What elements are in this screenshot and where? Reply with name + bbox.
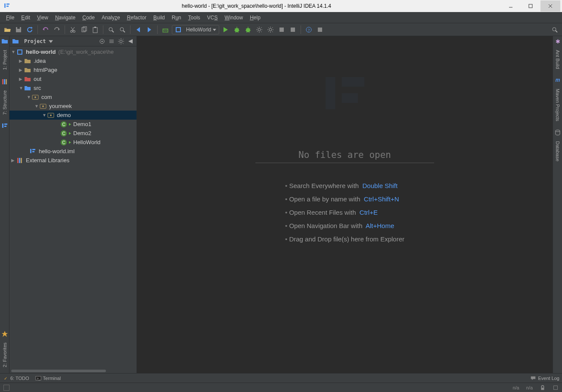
forward-icon[interactable] bbox=[145, 25, 154, 34]
back-icon[interactable] bbox=[134, 25, 143, 34]
tab-maven[interactable]: Maven Projects bbox=[554, 85, 561, 125]
folder-icon bbox=[24, 85, 31, 92]
chevron-down-icon bbox=[213, 28, 216, 31]
tree-out[interactable]: out bbox=[9, 74, 137, 83]
menu-file[interactable]: File bbox=[3, 14, 18, 22]
tab-todo[interactable]: ✓6: TODO bbox=[3, 375, 29, 381]
undo-icon[interactable] bbox=[41, 25, 50, 34]
tree-iml[interactable]: hello-world.iml bbox=[9, 147, 137, 156]
separator bbox=[65, 25, 65, 34]
menu-help[interactable]: Help bbox=[246, 14, 264, 22]
hint-row: Open Recent Files with Ctrl+E bbox=[285, 209, 404, 216]
folder-icon bbox=[24, 67, 31, 74]
database-icon bbox=[554, 129, 561, 136]
android-icon[interactable] bbox=[288, 25, 298, 34]
locate-icon[interactable] bbox=[99, 38, 106, 45]
separator bbox=[103, 25, 103, 34]
tab-database[interactable]: Database bbox=[554, 138, 561, 165]
help-icon[interactable] bbox=[304, 25, 314, 34]
structure-tab-icon bbox=[1, 78, 8, 85]
tree-htmlpage[interactable]: htmlPage bbox=[9, 65, 137, 74]
paste-icon[interactable] bbox=[90, 25, 100, 34]
settings-icon[interactable] bbox=[255, 25, 264, 34]
refresh-icon[interactable] bbox=[25, 25, 34, 34]
coverage-icon[interactable] bbox=[243, 25, 253, 34]
open-icon[interactable] bbox=[3, 25, 12, 34]
chevron-down-icon[interactable] bbox=[49, 39, 53, 43]
inspection-icon[interactable] bbox=[553, 385, 559, 391]
tab-terminal[interactable]: Terminal bbox=[35, 375, 61, 381]
menu-navigate[interactable]: Navigate bbox=[52, 14, 79, 22]
bottom-tool-bar: ✓6: TODO Terminal Event Log bbox=[0, 373, 562, 383]
menu-view[interactable]: View bbox=[34, 14, 52, 22]
menu-code[interactable]: Code bbox=[79, 14, 98, 22]
collapse-icon[interactable] bbox=[108, 38, 115, 45]
run-config-selector[interactable]: HelloWorld bbox=[172, 25, 219, 34]
sdk-icon[interactable] bbox=[277, 25, 286, 34]
cut-icon[interactable] bbox=[68, 25, 78, 34]
toggle-tools-icon[interactable] bbox=[3, 385, 9, 391]
status-separator[interactable]: n/a bbox=[526, 385, 533, 390]
menu-refactor[interactable]: Refactor bbox=[124, 14, 150, 22]
ij-tab-icon[interactable] bbox=[1, 123, 8, 130]
separator bbox=[157, 25, 158, 34]
structure-icon[interactable] bbox=[266, 25, 275, 34]
gear-icon[interactable] bbox=[118, 38, 124, 45]
tree-h-scrollbar[interactable] bbox=[9, 369, 137, 373]
project-tool-window: Project hello-world(E:\git_work_space\he… bbox=[9, 36, 137, 373]
menu-build[interactable]: Build bbox=[150, 14, 168, 22]
project-icon bbox=[12, 38, 19, 45]
search-everywhere-icon[interactable] bbox=[550, 25, 559, 34]
hide-icon[interactable] bbox=[127, 38, 134, 45]
menu-run[interactable]: Run bbox=[168, 14, 185, 22]
editor-empty-pane[interactable]: No files are open Search Everywhere with… bbox=[137, 36, 553, 373]
debug-icon[interactable] bbox=[232, 25, 242, 34]
make-icon[interactable] bbox=[161, 25, 170, 34]
tab-project[interactable]: 1: Project bbox=[1, 46, 8, 73]
lock-icon[interactable] bbox=[540, 385, 546, 391]
tree-external[interactable]: External Libraries bbox=[9, 156, 137, 165]
replace-icon[interactable] bbox=[118, 25, 127, 34]
tab-favorites[interactable]: 2: Favorites bbox=[1, 339, 8, 370]
editor-hints: Search Everywhere with Double Shift Open… bbox=[285, 176, 404, 249]
maximize-button[interactable] bbox=[521, 0, 540, 12]
star-icon bbox=[1, 330, 8, 337]
minimize-button[interactable] bbox=[501, 0, 521, 12]
tree-demo1[interactable]: Demo1 bbox=[9, 120, 137, 129]
redo-icon[interactable] bbox=[52, 25, 62, 34]
tree-root[interactable]: hello-world(E:\git_work_space\he bbox=[9, 47, 137, 56]
start-icon[interactable] bbox=[315, 25, 325, 34]
menu-vcs[interactable]: VCS bbox=[204, 14, 221, 22]
svg-rect-49 bbox=[554, 386, 558, 389]
run-icon[interactable] bbox=[221, 25, 230, 34]
find-icon[interactable] bbox=[106, 25, 116, 34]
hint-row: Open Navigation Bar with Alt+Home bbox=[285, 222, 404, 229]
scrollbar-thumb[interactable] bbox=[11, 370, 106, 372]
tree-com[interactable]: com bbox=[9, 93, 137, 102]
menu-window[interactable]: Window bbox=[221, 14, 246, 22]
menu-tools[interactable]: Tools bbox=[185, 14, 204, 22]
status-encoding[interactable]: n/a bbox=[512, 385, 519, 390]
tree-idea[interactable]: .idea bbox=[9, 56, 137, 65]
close-button[interactable] bbox=[540, 0, 560, 12]
save-icon[interactable] bbox=[14, 25, 23, 34]
tree-youmeek[interactable]: youmeek bbox=[9, 102, 137, 111]
terminal-icon bbox=[35, 375, 41, 381]
tree-demo[interactable]: demo bbox=[9, 111, 137, 120]
tab-ant[interactable]: Ant Build bbox=[554, 46, 561, 72]
copy-icon[interactable] bbox=[79, 25, 89, 34]
tree-helloworld[interactable]: HelloWorld bbox=[9, 138, 137, 147]
class-icon bbox=[60, 139, 67, 146]
runnable-icon bbox=[68, 123, 71, 126]
tab-event-log[interactable]: Event Log bbox=[530, 375, 559, 381]
left-tool-rail: 1: Project 7: Structure 2: Favorites bbox=[0, 36, 9, 373]
menu-analyze[interactable]: Analyze bbox=[98, 14, 124, 22]
tree-demo2[interactable]: Demo2 bbox=[9, 129, 137, 138]
menu-edit[interactable]: Edit bbox=[18, 14, 34, 22]
project-tool-header: Project bbox=[9, 36, 137, 46]
shortcut: Ctrl+Shift+N bbox=[364, 195, 399, 203]
tree-src[interactable]: src bbox=[9, 83, 137, 93]
ant-icon bbox=[554, 38, 561, 45]
runnable-icon bbox=[68, 141, 71, 144]
tab-structure[interactable]: 7: Structure bbox=[1, 87, 8, 118]
